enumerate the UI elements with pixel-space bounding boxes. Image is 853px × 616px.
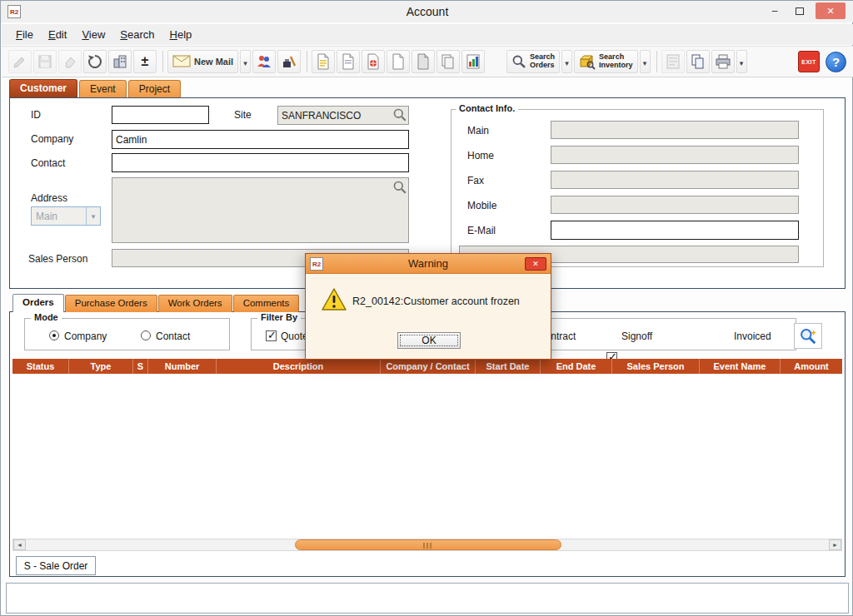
tab-customer[interactable]: Customer — [9, 79, 77, 97]
refresh-button[interactable] — [83, 50, 107, 73]
search-inventory-button[interactable]: Search Inventory — [574, 50, 638, 73]
site-button[interactable] — [108, 50, 132, 73]
dialog-titlebar[interactable]: R2 Warning ✕ — [306, 254, 551, 274]
scroll-left-button[interactable] — [13, 539, 26, 550]
col-sales-person[interactable]: Sales Person — [612, 359, 700, 374]
mobile-label: Mobile — [467, 200, 496, 211]
orders-table-header: Status Type S Number Description Company… — [12, 359, 842, 374]
id-label: ID — [31, 109, 41, 121]
menu-file[interactable]: File — [8, 26, 41, 43]
horizontal-scrollbar[interactable] — [12, 539, 842, 551]
chevron-down-icon — [243, 54, 247, 69]
advanced-search-button[interactable] — [794, 323, 822, 349]
help-button[interactable]: ? — [826, 52, 846, 72]
chevron-down-icon — [643, 54, 647, 69]
chevron-down-icon — [86, 207, 100, 225]
col-company-contact[interactable]: Company / Contact — [381, 359, 476, 374]
mode-contact-radio[interactable] — [141, 330, 151, 340]
menu-help[interactable]: Help — [162, 26, 200, 43]
col-event-name[interactable]: Event Name — [700, 359, 781, 374]
phone-main-field — [551, 121, 799, 139]
tab-orders[interactable]: Orders — [12, 294, 64, 312]
document-button[interactable] — [337, 50, 360, 73]
status-bar — [6, 583, 849, 614]
open-document-button[interactable] — [312, 50, 335, 73]
dialog-ok-button[interactable]: OK — [397, 332, 461, 349]
site-search-icon[interactable] — [392, 107, 407, 122]
tab-project[interactable]: Project — [128, 80, 181, 97]
col-number[interactable]: Number — [148, 359, 217, 374]
delete-button — [58, 50, 82, 73]
col-start-date[interactable]: Start Date — [476, 359, 541, 374]
col-amount[interactable]: Amount — [781, 359, 842, 374]
col-end-date[interactable]: End Date — [541, 359, 612, 374]
menu-search[interactable]: Search — [112, 26, 162, 43]
search-inventory-dropdown[interactable] — [640, 50, 651, 73]
scroll-right-button[interactable] — [829, 539, 841, 550]
tab-purchase-orders[interactable]: Purchase Orders — [65, 295, 157, 312]
col-s[interactable]: S — [133, 359, 148, 374]
mode-company-radio[interactable] — [49, 330, 59, 340]
print-button[interactable] — [711, 50, 735, 73]
report-button[interactable] — [461, 50, 485, 73]
toolbar-separator — [162, 51, 163, 72]
site-label: Site — [234, 109, 252, 121]
warning-dialog: R2 Warning ✕ R2_00142:Customer account f… — [305, 253, 551, 360]
col-description[interactable]: Description — [217, 359, 381, 374]
filter-invoiced-label: Invoiced — [734, 330, 771, 342]
contacts-button[interactable] — [252, 50, 276, 73]
tab-event[interactable]: Event — [79, 80, 127, 97]
refresh-icon — [87, 53, 103, 70]
minimize-button[interactable]: – — [764, 2, 786, 19]
new-mail-dropdown[interactable] — [240, 50, 251, 73]
document-yellow-icon — [317, 53, 330, 70]
address-type-combo: Main — [31, 206, 101, 226]
print-dropdown[interactable] — [736, 50, 747, 73]
exit-button[interactable]: EXIT — [798, 51, 820, 72]
close-button[interactable]: ✕ — [816, 2, 846, 19]
email-label: E-Mail — [467, 225, 496, 236]
adjust-button[interactable] — [133, 50, 157, 73]
copy-button[interactable] — [686, 50, 710, 73]
inventory-cube-search-icon — [579, 53, 596, 70]
scrollbar-thumb[interactable] — [295, 539, 561, 550]
menu-view[interactable]: View — [74, 26, 112, 43]
toolbar-separator — [307, 51, 307, 72]
dialog-close-button[interactable]: ✕ — [525, 257, 546, 271]
col-status[interactable]: Status — [12, 359, 69, 374]
blank-document-button[interactable] — [387, 50, 410, 73]
menubar: File Edit View Search Help — [2, 24, 853, 45]
readonly-document-button[interactable] — [412, 50, 435, 73]
tab-work-orders[interactable]: Work Orders — [158, 295, 232, 312]
company-label: Company — [31, 133, 73, 145]
new-mail-button[interactable]: New Mail — [167, 50, 238, 73]
sales-person-label: Sales Person — [28, 253, 87, 265]
documents-stack-button[interactable] — [436, 50, 460, 73]
document-icon — [342, 53, 355, 70]
search-orders-button[interactable]: Search Orders — [506, 50, 560, 73]
address-type-value: Main — [32, 211, 86, 222]
company-input[interactable] — [112, 130, 409, 149]
scrollbar-track[interactable] — [26, 539, 829, 550]
id-input[interactable] — [112, 106, 209, 124]
tab-comments[interactable]: Comments — [233, 295, 300, 312]
warning-triangle-icon — [321, 287, 347, 312]
contact-input[interactable] — [112, 153, 409, 172]
titlebar[interactable]: R2 Account – ✕ — [1, 1, 853, 22]
search-orders-dropdown[interactable] — [561, 50, 572, 73]
contact-info-title: Contact Info. — [456, 103, 518, 113]
address-search-icon[interactable] — [392, 180, 407, 195]
plus-minus-icon — [142, 54, 149, 69]
menu-edit[interactable]: Edit — [41, 26, 74, 43]
filter-quote-checkbox[interactable] — [266, 330, 277, 341]
users-icon — [256, 53, 272, 70]
form-icon — [666, 53, 681, 70]
maximize-button[interactable] — [789, 2, 811, 19]
signature-button[interactable] — [277, 50, 301, 73]
web-document-button[interactable] — [362, 50, 385, 73]
email-input[interactable] — [551, 221, 799, 240]
sub-tab-bar: Orders Purchase Orders Work Orders Comme… — [12, 294, 300, 312]
address-label: Address — [31, 192, 67, 204]
phone-main-label: Main — [467, 125, 489, 137]
col-type[interactable]: Type — [69, 359, 133, 374]
